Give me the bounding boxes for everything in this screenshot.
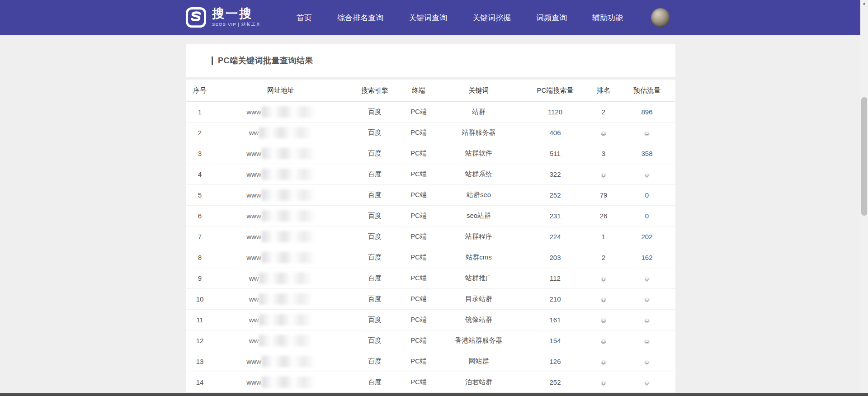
table-row: 2 ww 百度 PC端 站群服务器 406 [186, 123, 675, 143]
url-prefix-text: www [246, 254, 261, 261]
cell-volume: 203 [522, 247, 589, 268]
logo-tagline: SEOS VIP | 站长工具 [212, 22, 261, 28]
loading-spinner-icon [600, 338, 607, 344]
table-row: 4 www 百度 PC端 站群系统 322 [186, 164, 675, 185]
cell-traffic: 0 [618, 185, 675, 206]
cell-engine: 百度 [348, 330, 401, 351]
nav-item-word-frequency-query[interactable]: 词频查询 [536, 13, 567, 23]
cell-index: 6 [186, 206, 213, 226]
url-prefix-text: ww [249, 316, 259, 324]
table-row: 14 www 百度 PC端 泊君站群 252 [186, 372, 675, 393]
nav-item-keyword-mining[interactable]: 关键词挖掘 [472, 13, 511, 23]
redacted-url-blur [262, 189, 315, 201]
col-header-keyword: 关键词 [436, 80, 522, 102]
cell-engine: 百度 [348, 164, 401, 185]
cell-keyword: 镜像站群 [436, 310, 522, 330]
cell-volume: 252 [522, 372, 589, 393]
table-row: 10 ww 百度 PC端 目录站群 210 [186, 289, 675, 310]
nav-item-keyword-query[interactable]: 关键词查询 [409, 13, 447, 23]
cell-device: PC端 [401, 164, 436, 185]
loading-spinner-icon [644, 338, 650, 344]
cell-rank [589, 351, 618, 372]
loading-spinner-icon [600, 276, 607, 282]
cell-keyword: 站群软件 [436, 143, 522, 164]
site-logo[interactable]: 搜一搜 SEOS VIP | 站长工具 [185, 7, 261, 28]
nav-item-home[interactable]: 首页 [297, 13, 312, 23]
scrollbar-up-arrow-icon[interactable]: ▲ [860, 1, 868, 6]
loading-spinner-icon [600, 172, 607, 178]
nav-item-auxiliary-functions[interactable]: 辅助功能 [592, 13, 623, 23]
table-row: 8 www 百度 PC端 站群cms 203 2 162 [186, 247, 675, 268]
cell-rank: 1 [589, 226, 618, 247]
loading-spinner-icon [644, 380, 650, 386]
cell-keyword: 站群程序 [436, 226, 522, 247]
cell-url: www [213, 102, 348, 123]
footer-edge-strip [0, 393, 868, 396]
table-header-row: 序号 网址地址 搜索引擎 终端 关键词 PC端搜索量 排名 预估流量 [186, 80, 675, 102]
cell-index: 10 [186, 289, 213, 310]
cell-url: www [213, 206, 348, 226]
cell-engine: 百度 [348, 102, 401, 123]
url-prefix-text: www [246, 150, 261, 157]
cell-device: PC端 [401, 123, 436, 143]
cell-engine: 百度 [348, 351, 401, 372]
result-table-card: 序号 网址地址 搜索引擎 终端 关键词 PC端搜索量 排名 预估流量 1 www… [186, 80, 675, 396]
cell-device: PC端 [401, 206, 436, 226]
cell-volume: 252 [522, 185, 589, 206]
cell-url: ww [213, 330, 348, 351]
scrollbar-thumb[interactable] [861, 97, 867, 216]
cell-device: PC端 [401, 289, 436, 310]
loading-spinner-icon [644, 359, 650, 365]
url-prefix-text: www [246, 191, 261, 199]
cell-rank: 2 [589, 247, 618, 268]
cell-device: PC端 [401, 247, 436, 268]
table-row: 13 www 百度 PC端 网站群 126 [186, 351, 675, 372]
col-header-pc-search-volume: PC端搜索量 [522, 80, 589, 102]
cell-engine: 百度 [348, 185, 401, 206]
page-scrollbar[interactable]: ▲ [860, 0, 868, 396]
logo-text: 搜一搜 SEOS VIP | 站长工具 [212, 7, 261, 28]
cell-index: 12 [186, 330, 213, 351]
cell-keyword: 泊君站群 [436, 372, 522, 393]
redacted-url-blur [262, 377, 315, 388]
cell-index: 8 [186, 247, 213, 268]
page-title: PC端关键词批量查询结果 [218, 55, 313, 66]
loading-spinner-icon [644, 172, 650, 178]
loading-spinner-icon [644, 297, 650, 303]
loading-spinner-icon [600, 380, 607, 386]
col-header-index: 序号 [186, 80, 213, 102]
cell-rank [589, 310, 618, 330]
table-row: 3 www 百度 PC端 站群软件 511 3 358 [186, 143, 675, 164]
url-prefix-text: www [246, 212, 261, 220]
cell-url: ww [213, 268, 348, 289]
cell-rank: 79 [589, 185, 618, 206]
cell-rank [589, 164, 618, 185]
cell-volume: 511 [522, 143, 589, 164]
cell-engine: 百度 [348, 247, 401, 268]
cell-keyword: 香港站群服务器 [436, 330, 522, 351]
cell-keyword: 站群系统 [436, 164, 522, 185]
cell-traffic [618, 289, 675, 310]
user-avatar[interactable] [651, 8, 670, 27]
cell-url: www [213, 185, 348, 206]
cell-volume: 224 [522, 226, 589, 247]
cell-rank: 2 [589, 102, 618, 123]
cell-engine: 百度 [348, 289, 401, 310]
cell-keyword: 目录站群 [436, 289, 522, 310]
table-row: 6 www 百度 PC端 seo站群 231 26 0 [186, 206, 675, 226]
cell-device: PC端 [401, 351, 436, 372]
cell-traffic: 358 [618, 143, 675, 164]
nav-item-composite-rank-query[interactable]: 综合排名查询 [337, 13, 383, 23]
loading-spinner-icon [644, 130, 650, 137]
col-header-rank: 排名 [589, 80, 618, 102]
cell-volume: 112 [522, 268, 589, 289]
cell-volume: 1120 [522, 102, 589, 123]
cell-index: 3 [186, 143, 213, 164]
main-nav: 首页 综合排名查询 关键词查询 关键词挖掘 词频查询 辅助功能 [297, 0, 623, 35]
cell-keyword: 站群推广 [436, 268, 522, 289]
cell-engine: 百度 [348, 310, 401, 330]
cell-engine: 百度 [348, 206, 401, 226]
table-row: 9 ww 百度 PC端 站群推广 112 [186, 268, 675, 289]
url-prefix-text: ww [249, 337, 259, 344]
cell-rank [589, 289, 618, 310]
